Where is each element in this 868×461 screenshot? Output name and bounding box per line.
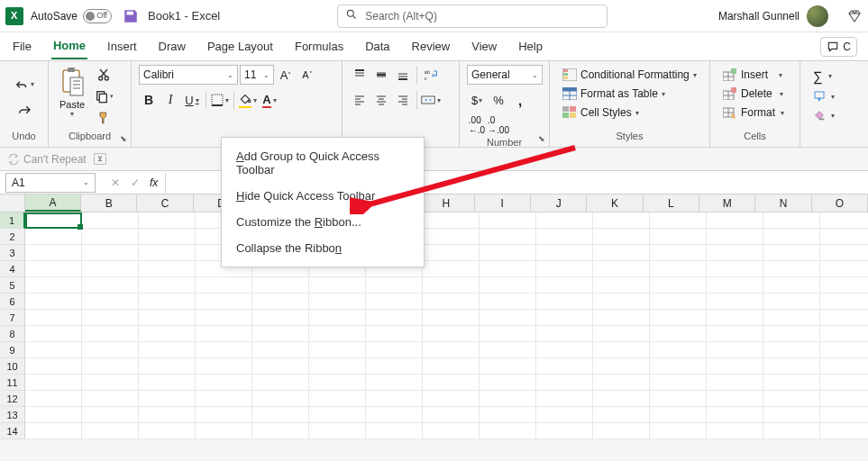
row-header[interactable]: 2 xyxy=(0,229,25,245)
cell[interactable] xyxy=(423,326,480,342)
cell[interactable] xyxy=(820,277,868,294)
font-size-select[interactable]: 11⌄ xyxy=(240,65,274,85)
toggle-switch-icon[interactable]: Off xyxy=(83,9,112,23)
cell[interactable] xyxy=(536,407,593,423)
cell[interactable] xyxy=(536,212,593,229)
tab-view[interactable]: View xyxy=(470,34,498,59)
cell[interactable] xyxy=(139,391,196,407)
row-header[interactable]: 10 xyxy=(0,358,25,375)
cell[interactable] xyxy=(820,358,868,375)
cell[interactable] xyxy=(25,358,82,375)
cell[interactable] xyxy=(25,229,82,245)
cell[interactable] xyxy=(763,407,820,423)
cell[interactable] xyxy=(536,358,593,375)
cell[interactable] xyxy=(593,277,650,294)
decrease-font-button[interactable]: A˅ xyxy=(297,65,317,85)
cell[interactable] xyxy=(252,277,309,294)
cell[interactable] xyxy=(707,229,763,245)
accounting-format-button[interactable]: $▾ xyxy=(467,90,487,110)
tab-data[interactable]: Data xyxy=(363,34,391,59)
cell[interactable] xyxy=(252,423,309,439)
cell[interactable] xyxy=(763,423,820,439)
tab-formulas[interactable]: Formulas xyxy=(293,34,345,59)
cell[interactable] xyxy=(25,277,82,294)
menu-collapse-ribbon[interactable]: Collapse the Ribbon xyxy=(222,235,424,261)
cell[interactable] xyxy=(820,342,868,358)
cell[interactable] xyxy=(593,423,650,439)
cell[interactable] xyxy=(480,277,536,294)
autosum-button[interactable]: ∑▾ xyxy=(809,67,838,86)
cell[interactable] xyxy=(82,375,139,391)
cell[interactable] xyxy=(763,229,820,245)
cell[interactable] xyxy=(650,310,707,326)
cell[interactable] xyxy=(423,277,480,294)
tab-file[interactable]: File xyxy=(11,34,33,59)
cell[interactable] xyxy=(423,245,480,261)
cell[interactable] xyxy=(423,423,480,439)
cell[interactable] xyxy=(82,277,139,294)
cell[interactable] xyxy=(196,358,252,375)
cell[interactable] xyxy=(366,358,423,375)
cell[interactable] xyxy=(820,212,868,229)
cut-button[interactable] xyxy=(94,65,114,85)
cell[interactable] xyxy=(593,212,650,229)
cell[interactable] xyxy=(593,391,650,407)
cell[interactable] xyxy=(25,375,82,391)
cell[interactable] xyxy=(366,277,423,294)
comma-format-button[interactable]: , xyxy=(510,90,530,110)
menu-add-to-qat[interactable]: Add Group to Quick Access Toolbar xyxy=(222,143,424,183)
align-left-button[interactable] xyxy=(350,90,370,110)
cell[interactable] xyxy=(820,245,868,261)
cell[interactable] xyxy=(196,407,252,423)
copy-button[interactable]: ▾ xyxy=(94,86,114,106)
cell[interactable] xyxy=(536,310,593,326)
redo-button[interactable] xyxy=(14,100,34,120)
tab-help[interactable]: Help xyxy=(516,34,544,59)
cell[interactable] xyxy=(366,310,423,326)
undo-button[interactable]: ▾ xyxy=(14,75,34,95)
cell[interactable] xyxy=(480,391,536,407)
cell[interactable] xyxy=(650,294,707,310)
cell[interactable] xyxy=(196,342,252,358)
cell[interactable] xyxy=(252,326,309,342)
cell[interactable] xyxy=(366,375,423,391)
cell[interactable] xyxy=(82,310,139,326)
column-header[interactable]: O xyxy=(812,194,868,212)
cell[interactable] xyxy=(707,375,763,391)
cell[interactable] xyxy=(25,261,82,277)
column-header[interactable]: N xyxy=(755,194,811,212)
cell[interactable] xyxy=(763,375,820,391)
cell[interactable] xyxy=(252,391,309,407)
cell[interactable] xyxy=(309,358,366,375)
cell[interactable] xyxy=(593,245,650,261)
avatar[interactable] xyxy=(807,5,828,27)
cell[interactable] xyxy=(139,375,196,391)
borders-button[interactable]: ▾ xyxy=(210,90,230,110)
row-header[interactable]: 14 xyxy=(0,423,25,439)
cell[interactable] xyxy=(820,229,868,245)
cell[interactable] xyxy=(82,407,139,423)
cell[interactable] xyxy=(423,375,480,391)
cell[interactable] xyxy=(480,261,536,277)
cell[interactable] xyxy=(763,326,820,342)
cell[interactable] xyxy=(650,375,707,391)
increase-decimal-button[interactable]: .00←.0 xyxy=(467,115,487,135)
autosave-toggle[interactable]: AutoSave Off xyxy=(31,9,112,23)
cell[interactable] xyxy=(82,391,139,407)
cell[interactable] xyxy=(707,407,763,423)
cell[interactable] xyxy=(423,358,480,375)
clipboard-launcher[interactable]: ⬊ xyxy=(120,134,127,143)
cell[interactable] xyxy=(309,294,366,310)
increase-font-button[interactable]: A˄ xyxy=(276,65,296,85)
cell[interactable] xyxy=(196,310,252,326)
cell[interactable] xyxy=(139,245,196,261)
cell[interactable] xyxy=(423,229,480,245)
cell[interactable] xyxy=(650,342,707,358)
tab-insert[interactable]: Insert xyxy=(105,34,139,59)
font-color-button[interactable]: A▾ xyxy=(260,90,279,110)
cell[interactable] xyxy=(196,391,252,407)
cell[interactable] xyxy=(25,407,82,423)
select-all-corner[interactable] xyxy=(0,194,25,212)
cell[interactable] xyxy=(25,212,82,229)
column-header[interactable]: J xyxy=(531,194,587,212)
